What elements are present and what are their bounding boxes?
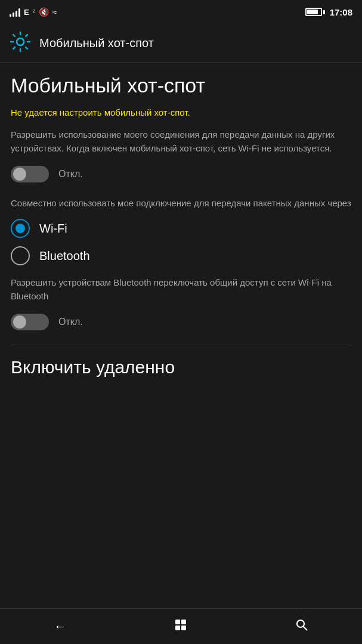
error-text: Не удается настроить мобильный хот-спот. bbox=[11, 107, 351, 117]
clock: 17:08 bbox=[330, 7, 352, 17]
mute-icon: 🔇 bbox=[39, 7, 49, 17]
svg-rect-2 bbox=[175, 626, 180, 630]
signal-bars bbox=[10, 7, 20, 17]
status-left: E ² 🔇 ≈ bbox=[10, 7, 57, 17]
bluetooth-toggle[interactable] bbox=[11, 314, 49, 330]
svg-rect-3 bbox=[181, 626, 186, 630]
wifi-radio-option[interactable]: Wi-Fi bbox=[11, 219, 351, 238]
status-bar: E ² 🔇 ≈ 17:08 bbox=[0, 0, 362, 24]
wifi-radio-label: Wi-Fi bbox=[39, 222, 67, 236]
svg-line-5 bbox=[303, 627, 307, 631]
svg-rect-1 bbox=[181, 620, 186, 624]
home-button[interactable] bbox=[163, 612, 199, 642]
app-header: Мобильный хот-спот bbox=[0, 24, 362, 62]
wifi-radio-button[interactable] bbox=[11, 219, 30, 238]
bluetooth-radio-option[interactable]: Bluetooth bbox=[11, 246, 351, 265]
bluetooth-radio-label: Bluetooth bbox=[39, 249, 90, 263]
bluetooth-toggle-label: Откл. bbox=[58, 317, 83, 327]
home-icon bbox=[174, 618, 187, 634]
hotspot-description: Разрешить использование моего соединения… bbox=[11, 128, 351, 155]
bottom-nav: ← bbox=[0, 608, 362, 644]
bluetooth-section: Разрешить устройствам Bluetooth переключ… bbox=[11, 276, 351, 330]
signal2: ² bbox=[33, 8, 35, 16]
bluetooth-description: Разрешить устройствам Bluetooth переключ… bbox=[11, 276, 351, 303]
back-icon: ← bbox=[54, 619, 67, 634]
remote-section-heading: Включить удаленно bbox=[11, 345, 351, 377]
network-type: E bbox=[24, 8, 29, 17]
share-section-label: Совместно использовать мое подключение д… bbox=[11, 197, 351, 209]
page-title: Мобильный хот-спот bbox=[11, 75, 351, 97]
header-title: Мобильный хот-спот bbox=[39, 36, 154, 50]
toggle-knob bbox=[13, 168, 26, 181]
bluetooth-toggle-knob bbox=[13, 315, 26, 329]
gear-icon bbox=[10, 31, 31, 55]
hotspot-toggle[interactable] bbox=[11, 166, 49, 182]
search-icon bbox=[295, 618, 308, 634]
svg-rect-0 bbox=[175, 620, 180, 624]
search-button[interactable] bbox=[284, 612, 320, 642]
wifi-icon: ≈ bbox=[52, 7, 57, 17]
back-button[interactable]: ← bbox=[42, 612, 78, 642]
hotspot-toggle-label: Откл. bbox=[58, 169, 83, 179]
main-content: Мобильный хот-спот Не удается настроить … bbox=[0, 63, 362, 609]
bluetooth-radio-button[interactable] bbox=[11, 246, 30, 265]
hotspot-toggle-row: Откл. bbox=[11, 166, 351, 182]
bluetooth-toggle-row: Откл. bbox=[11, 314, 351, 330]
svg-point-4 bbox=[297, 620, 304, 627]
status-right: 17:08 bbox=[305, 7, 352, 17]
battery-icon bbox=[305, 8, 325, 16]
